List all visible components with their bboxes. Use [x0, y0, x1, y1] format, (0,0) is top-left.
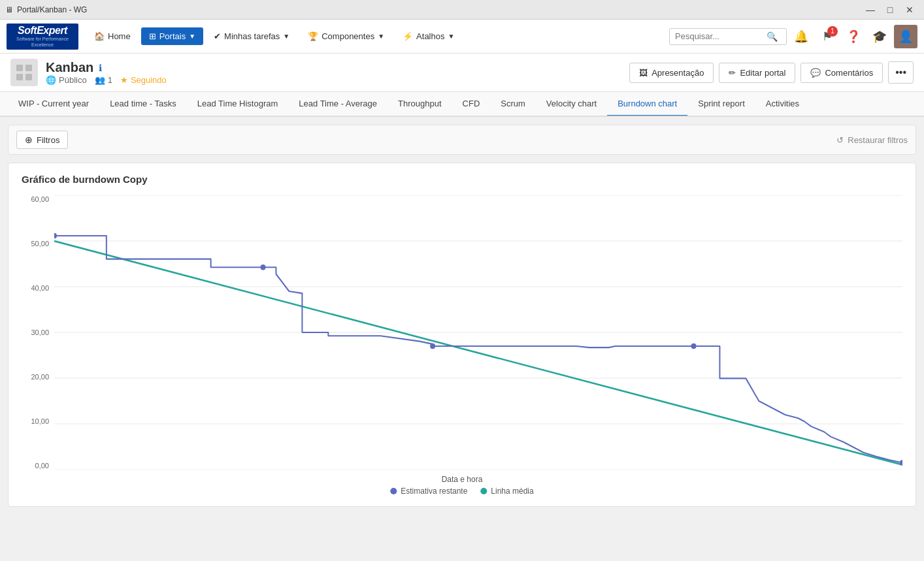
minimize-button[interactable]: — [861, 3, 880, 16]
tab-throughput[interactable]: Throughput [388, 92, 452, 117]
svg-point-11 [54, 233, 57, 238]
y-axis-label: 0,00 [35, 462, 49, 470]
components-button[interactable]: 🏆 Componentes ▼ [300, 27, 392, 45]
portals-label: Portais [159, 31, 186, 41]
y-axis-label: 40,00 [31, 284, 49, 292]
y-axis-label: 20,00 [31, 373, 49, 381]
presentation-button[interactable]: 🖼 Apresentação [629, 63, 714, 83]
chart-plot [54, 195, 902, 470]
comments-icon: 💬 [810, 68, 821, 78]
y-axis-label: 60,00 [31, 195, 49, 203]
close-button[interactable]: ✕ [900, 3, 919, 16]
home-button[interactable]: 🏠 Home [86, 27, 139, 45]
restore-icon: ↺ [836, 135, 844, 145]
globe-icon: 🌐 [46, 75, 56, 85]
y-axis: 60,0050,0040,0030,0020,0010,000,00 [22, 195, 54, 470]
tab-lead-time---average[interactable]: Lead Time - Average [288, 92, 388, 117]
portals-button[interactable]: ⊞ Portais ▼ [141, 27, 203, 45]
page-header: Kanban ℹ 🌐 Público 👥 1 ★ Seguindo [0, 54, 924, 92]
tab-lead-time---tasks[interactable]: Lead time - Tasks [99, 92, 187, 117]
tabs-bar: WIP - Current yearLead time - TasksLead … [0, 92, 924, 117]
home-icon: 🏠 [94, 31, 105, 41]
people-icon: 👥 [95, 75, 105, 85]
mytasks-caret: ▼ [283, 33, 289, 40]
legend-dot-1 [390, 488, 397, 494]
chart-area: 60,0050,0040,0030,0020,0010,000,00 [22, 195, 902, 496]
notifications-button[interactable]: 🔔 [789, 25, 813, 48]
svg-rect-0 [16, 65, 23, 71]
legend-item-2: Linha média [480, 487, 533, 496]
avatar[interactable]: 👤 [894, 25, 917, 48]
following-label: ★ Seguindo [120, 75, 167, 85]
y-axis-label: 30,00 [31, 329, 49, 336]
tab-scrum[interactable]: Scrum [490, 92, 536, 117]
page-title: Kanban [46, 60, 93, 75]
shortcuts-caret: ▼ [448, 33, 454, 40]
home-label: Home [108, 31, 131, 41]
shortcuts-label: Atalhos [416, 31, 444, 41]
svg-point-14 [691, 344, 696, 349]
edit-portal-button[interactable]: ✏ Editar portal [719, 63, 795, 83]
filter-icon: ⊕ [25, 135, 33, 145]
tab-velocity-chart[interactable]: Velocity chart [536, 92, 607, 117]
mytasks-button[interactable]: ✔ Minhas tarefas ▼ [206, 27, 297, 45]
search-box[interactable]: 🔍 [669, 28, 787, 45]
shortcuts-icon: ⚡ [403, 31, 413, 41]
info-icon: ℹ [99, 63, 102, 73]
y-axis-label: 50,00 [31, 240, 49, 248]
shortcuts-button[interactable]: ⚡ Atalhos ▼ [395, 27, 462, 45]
comments-button[interactable]: 💬 Comentários [800, 63, 883, 83]
svg-point-13 [430, 344, 435, 349]
tab-sprint-report[interactable]: Sprint report [687, 92, 755, 117]
filter-bar: ⊕ Filtros ↺ Restaurar filtros [8, 125, 916, 155]
more-button[interactable]: ••• [888, 61, 914, 84]
svg-rect-1 [25, 65, 32, 71]
filter-button[interactable]: ⊕ Filtros [16, 131, 68, 149]
mytasks-icon: ✔ [214, 31, 221, 41]
legend-item-1: Estimativa restante [390, 487, 467, 496]
svg-rect-3 [25, 74, 32, 80]
title-bar: 🖥 Portal/Kanban - WG — □ ✕ [0, 0, 924, 20]
x-axis-label: Data e hora [442, 475, 483, 484]
portals-caret: ▼ [189, 33, 195, 40]
search-icon: 🔍 [767, 31, 778, 42]
chart-svg [54, 195, 902, 470]
page-icon [10, 59, 38, 86]
tab-cfd[interactable]: CFD [452, 92, 491, 117]
alerts-button[interactable]: ⚑ 1 [816, 25, 839, 48]
chart-card: Gráfico de burndown Copy 60,0050,0040,00… [8, 163, 916, 507]
members-label: 👥 1 [95, 75, 112, 85]
content-area: ⊕ Filtros ↺ Restaurar filtros Gráfico de… [0, 117, 924, 558]
legend-label-2: Linha média [491, 487, 533, 496]
components-icon: 🏆 [308, 31, 318, 41]
title-bar-text: Portal/Kanban - WG [17, 5, 87, 14]
help-button[interactable]: ❓ [842, 25, 865, 48]
legend-dot-2 [480, 488, 487, 494]
tab-burndown-chart[interactable]: Burndown chart [607, 92, 687, 117]
legend-label-1: Estimativa restante [401, 487, 467, 496]
y-axis-label: 10,00 [31, 417, 49, 425]
chart-title: Gráfico de burndown Copy [22, 174, 902, 185]
search-input[interactable] [675, 31, 767, 41]
mytasks-label: Minhas tarefas [224, 31, 280, 41]
navbar: SoftExpert Software for Performance Exce… [0, 20, 924, 54]
presentation-icon: 🖼 [639, 68, 648, 78]
tab-activities[interactable]: Activities [755, 92, 810, 117]
star-icon: ★ [120, 75, 128, 85]
logo-subtitle: Software for Performance Excellence [9, 37, 76, 48]
alert-badge: 1 [827, 26, 838, 37]
graduation-button[interactable]: 🎓 [868, 25, 891, 48]
components-label: Componentes [322, 31, 374, 41]
visibility-label: 🌐 Público [46, 75, 87, 85]
chart-legend: Estimativa restante Linha média [390, 487, 533, 496]
restore-filters-button[interactable]: ↺ Restaurar filtros [836, 135, 908, 145]
portals-icon: ⊞ [149, 31, 156, 41]
edit-icon: ✏ [729, 68, 736, 78]
tab-wip---current-year[interactable]: WIP - Current year [8, 92, 99, 117]
maximize-button[interactable]: □ [881, 3, 899, 16]
title-bar-icon: 🖥 [5, 5, 13, 14]
components-caret: ▼ [378, 33, 384, 40]
tab-lead-time-histogram[interactable]: Lead Time Histogram [187, 92, 289, 117]
svg-rect-2 [16, 74, 23, 80]
logo-text: SoftExpert [18, 25, 67, 37]
